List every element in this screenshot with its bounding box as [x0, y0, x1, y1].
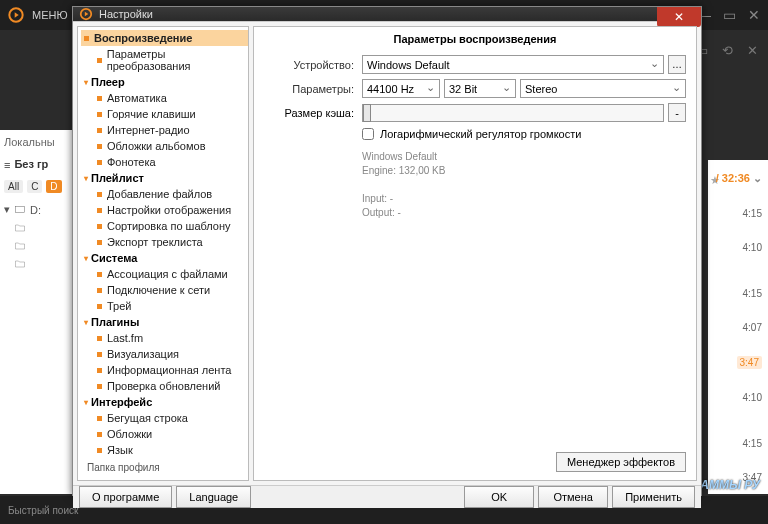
slider-thumb[interactable]	[363, 104, 371, 122]
ok-button[interactable]: OK	[464, 486, 534, 508]
repeat-icon[interactable]: ⟲	[722, 43, 733, 58]
cancel-button[interactable]: Отмена	[538, 486, 608, 508]
tree-cat-player[interactable]: Плеер	[81, 74, 248, 90]
shuffle-icon[interactable]: ✕	[747, 43, 758, 58]
panel-title: Параметры воспроизведения	[264, 33, 686, 45]
track-duration: 4:10	[743, 242, 762, 253]
quick-search-label: Быстрый поиск	[8, 505, 78, 516]
track-duration: 4:07	[743, 322, 762, 333]
bitdepth-combo[interactable]: 32 Bit	[444, 79, 516, 98]
tree-item[interactable]: Экспорт треклиста	[81, 234, 248, 250]
dialog-titlebar: Настройки ✕	[73, 7, 701, 21]
menu-label[interactable]: МЕНЮ	[32, 9, 68, 21]
tree-item[interactable]: Last.fm	[81, 330, 248, 346]
dialog-footer: О программе Language OK Отмена Применить	[73, 485, 701, 508]
close-icon[interactable]: ✕	[748, 7, 760, 23]
total-time: / 32:36 ⌄	[716, 172, 762, 185]
tree-item[interactable]: Интернет-радио	[81, 122, 248, 138]
app-logo-icon	[79, 7, 93, 21]
tree-item[interactable]: Фонотека	[81, 154, 248, 170]
svg-rect-2	[16, 206, 25, 212]
tree-item[interactable]: Ассоциация с файлами	[81, 266, 248, 282]
device-label: Устройство:	[264, 59, 354, 71]
folder-item	[14, 240, 70, 252]
app-sidebar: Локальны ≡ Без гр All C D ▾D:	[0, 130, 75, 494]
device-combo[interactable]: Windows Default	[362, 55, 664, 74]
tree-item[interactable]: Автоматика	[81, 90, 248, 106]
log-volume-checkbox[interactable]	[362, 128, 374, 140]
track-duration-current: 3:47	[737, 356, 762, 369]
tree-item[interactable]: Информационная лента	[81, 362, 248, 378]
pill-all[interactable]: All	[4, 180, 23, 193]
tree-item[interactable]: Бегущая строка	[81, 410, 248, 426]
dialog-title: Настройки	[99, 8, 153, 20]
app-logo-icon	[8, 7, 24, 23]
tree-cat-interface[interactable]: Интерфейс	[81, 394, 248, 410]
engine-info: Windows Default Engine: 132,00 KB Input:…	[362, 150, 686, 220]
folder-item	[14, 222, 70, 234]
language-button[interactable]: Language	[176, 486, 251, 508]
tree-item[interactable]: Сортировка по шаблону	[81, 218, 248, 234]
track-duration: 4:10	[743, 392, 762, 403]
settings-dialog: Настройки ✕ AIMP Воспроизведение Воспрои…	[72, 6, 702, 496]
folder-icon	[14, 222, 26, 234]
sidebar-local-label: Локальны	[4, 136, 70, 148]
track-duration: 4:15	[743, 288, 762, 299]
tree-item[interactable]: Горячие клавиши	[81, 106, 248, 122]
folder-icon	[14, 240, 26, 252]
settings-tree[interactable]: Воспроизведение Параметры преобразования…	[77, 26, 249, 481]
folder-drive: ▾D:	[4, 203, 70, 216]
tree-item[interactable]: Добавление файлов	[81, 186, 248, 202]
tree-item[interactable]: Обложки	[81, 426, 248, 442]
tree-cat-system[interactable]: Система	[81, 250, 248, 266]
params-label: Параметры:	[264, 83, 354, 95]
effects-manager-button[interactable]: Менеджер эффектов	[556, 452, 686, 472]
dialog-close-button[interactable]: ✕	[657, 7, 701, 27]
device-more-button[interactable]: …	[668, 55, 686, 74]
maximize-icon[interactable]: ▭	[723, 7, 736, 23]
tree-item[interactable]: Обложки альбомов	[81, 138, 248, 154]
cache-minus-button[interactable]: -	[668, 103, 686, 122]
tree-item[interactable]: Параметры преобразования	[81, 46, 248, 74]
tree-item[interactable]: Подключение к сети	[81, 282, 248, 298]
profile-folder-link[interactable]: Папка профиля	[81, 458, 248, 477]
about-button[interactable]: О программе	[79, 486, 172, 508]
channels-combo[interactable]: Stereo	[520, 79, 686, 98]
chevron-down-icon[interactable]: ⌄	[753, 172, 762, 184]
pill-d[interactable]: D	[46, 180, 61, 193]
frequency-combo[interactable]: 44100 Hz	[362, 79, 440, 98]
tree-cat-playlist[interactable]: Плейлист	[81, 170, 248, 186]
apply-button[interactable]: Применить	[612, 486, 695, 508]
track-duration: 4:15	[743, 208, 762, 219]
tree-item[interactable]: Проверка обновлений	[81, 378, 248, 394]
log-volume-label: Логарифмический регулятор громкости	[380, 128, 581, 140]
cache-slider[interactable]	[362, 104, 664, 122]
tree-item[interactable]: Настройки отображения	[81, 202, 248, 218]
hamburger-icon[interactable]: ≡	[4, 159, 10, 171]
tree-item[interactable]: Трей	[81, 298, 248, 314]
tree-cat-playback[interactable]: Воспроизведение	[81, 30, 248, 46]
folder-item	[14, 258, 70, 270]
close-icon: ✕	[674, 10, 684, 24]
tree-item[interactable]: Язык	[81, 442, 248, 458]
pill-c[interactable]: C	[27, 180, 42, 193]
sidebar-nogroup: Без гр	[14, 158, 48, 170]
svg-marker-4	[85, 12, 89, 17]
playback-panel: Параметры воспроизведения Устройство: Wi…	[253, 26, 697, 481]
track-duration: 4:15	[743, 438, 762, 449]
chevron-down-icon[interactable]: ▾	[4, 203, 10, 216]
folder-icon	[14, 258, 26, 270]
cache-label: Размер кэша:	[264, 107, 354, 119]
tree-cat-plugins[interactable]: Плагины	[81, 314, 248, 330]
svg-marker-1	[15, 12, 19, 17]
tracklist-partial: ★ / 32:36 ⌄ 4:15 4:10 4:15 4:07 3:47 4:1…	[708, 160, 768, 494]
computer-icon	[14, 204, 26, 216]
tree-item[interactable]: Визуализация	[81, 346, 248, 362]
